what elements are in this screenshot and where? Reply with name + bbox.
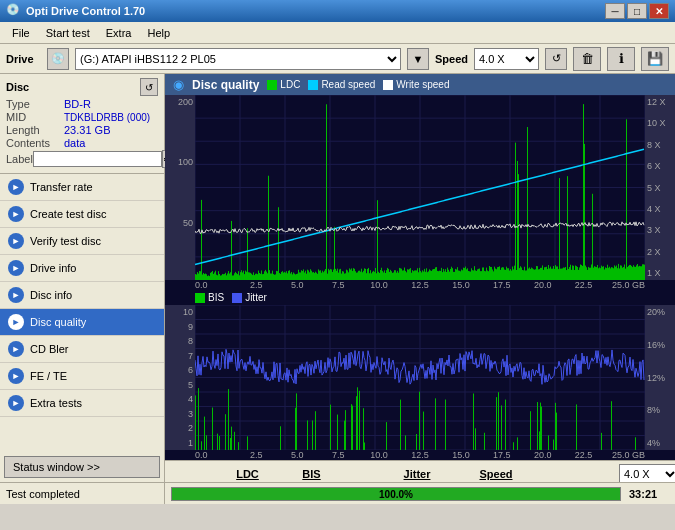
fe-te-icon: ► [8, 368, 24, 384]
x-25: 25.0 GB [604, 280, 645, 290]
sidebar-item-verify-test-disc[interactable]: ► Verify test disc [0, 228, 164, 255]
y2-7: 7 [167, 351, 193, 361]
y2-9: 9 [167, 322, 193, 332]
menu-extra[interactable]: Extra [98, 25, 140, 41]
sidebar-item-fe-te[interactable]: ► FE / TE [0, 363, 164, 390]
menu-bar: File Start test Extra Help [0, 22, 675, 44]
sidebar-item-transfer-rate[interactable]: ► Transfer rate [0, 174, 164, 201]
disc-refresh-button[interactable]: ↺ [140, 78, 158, 96]
stats-speed-select[interactable]: 4.0 X [619, 464, 675, 482]
sidebar-item-cd-bler[interactable]: ► CD Bler [0, 336, 164, 363]
create-test-disc-icon: ► [8, 206, 24, 222]
status-window-button[interactable]: Status window >> [4, 456, 160, 478]
drive-refresh-button[interactable]: ▼ [407, 48, 429, 70]
x-2.5: 2.5 [236, 280, 277, 290]
y2-5: 5 [167, 380, 193, 390]
save-button[interactable]: 💾 [641, 47, 669, 71]
bis-legend-color [195, 293, 205, 303]
menu-start-test[interactable]: Start test [38, 25, 98, 41]
y-r-4: 6 X [647, 161, 673, 171]
y-r-7: 3 X [647, 225, 673, 235]
read-speed-legend-color [308, 80, 318, 90]
menu-help[interactable]: Help [139, 25, 178, 41]
chart2-container: 10 9 8 7 6 5 4 3 2 1 20% 16% 12% 8% 4% [165, 305, 675, 450]
extra-tests-label: Extra tests [30, 397, 82, 409]
speed-select[interactable]: 4.0 X [474, 48, 539, 70]
x-7.5: 7.5 [318, 280, 359, 290]
read-speed-legend-label: Read speed [321, 79, 375, 90]
ldc-legend-label: LDC [280, 79, 300, 90]
status-bar: Test completed 100.0% 33:21 [0, 482, 675, 504]
drive-select[interactable]: (G:) ATAPI iHBS112 2 PL05 [75, 48, 401, 70]
y-max-1: 200 [167, 97, 193, 107]
verify-test-disc-icon: ► [8, 233, 24, 249]
time-display: 33:21 [629, 488, 669, 500]
speed-header: Speed [461, 468, 531, 480]
sidebar-item-extra-tests[interactable]: ► Extra tests [0, 390, 164, 417]
jitter-legend-color [232, 293, 242, 303]
y-r-9: 1 X [647, 268, 673, 278]
status-left: Test completed [0, 483, 165, 504]
chart2-header: BIS Jitter [165, 290, 675, 305]
y2-r-8: 8% [647, 405, 673, 415]
drive-info-label: Drive info [30, 262, 76, 274]
chart-header: ◉ Disc quality LDC Read speed Write spee… [165, 74, 675, 95]
bis-legend: BIS [195, 292, 224, 303]
x-axis-1: 0.0 2.5 5.0 7.5 10.0 12.5 15.0 17.5 20.0… [165, 280, 675, 290]
ldc-header: LDC [215, 468, 280, 480]
sidebar-item-create-test-disc[interactable]: ► Create test disc [0, 201, 164, 228]
y2-8: 8 [167, 336, 193, 346]
y-mid-1: 100 [167, 157, 193, 167]
y2-r-16: 16% [647, 340, 673, 350]
y-axis-left-1: 200 100 50 [165, 95, 195, 280]
close-button[interactable]: ✕ [649, 3, 669, 19]
y2-1: 1 [167, 438, 193, 448]
app-icon: 💿 [6, 3, 22, 19]
y-r-3: 8 X [647, 140, 673, 150]
chart1-container: 200 100 50 12 X 10 X 8 X 6 X 5 X 4 X 3 X… [165, 95, 675, 280]
sidebar-item-disc-info[interactable]: ► Disc info [0, 282, 164, 309]
y-axis-left-2: 10 9 8 7 6 5 4 3 2 1 [165, 305, 195, 450]
contents-value: data [64, 137, 158, 149]
minimize-button[interactable]: ─ [605, 3, 625, 19]
extra-tests-icon: ► [8, 395, 24, 411]
disc-label-input[interactable] [33, 151, 162, 167]
write-speed-legend: Write speed [383, 79, 449, 90]
write-speed-legend-color [383, 80, 393, 90]
y-r-5: 5 X [647, 183, 673, 193]
sidebar: Disc ↺ Type BD-R MID TDKBLDRBB (000) Len… [0, 74, 165, 482]
y-low-1: 50 [167, 218, 193, 228]
menu-file[interactable]: File [4, 25, 38, 41]
y-r-8: 2 X [647, 247, 673, 257]
status-text: Test completed [6, 488, 80, 500]
jitter-legend-label: Jitter [245, 292, 267, 303]
progress-bar-container: 100.0% [171, 487, 621, 501]
length-label: Length [6, 124, 64, 136]
y2-6: 6 [167, 365, 193, 375]
speed-refresh-button[interactable]: ↺ [545, 48, 567, 70]
y2-r-12: 12% [647, 373, 673, 383]
app-title: Opti Drive Control 1.70 [26, 5, 605, 17]
title-bar: 💿 Opti Drive Control 1.70 ─ □ ✕ [0, 0, 675, 22]
speed-label: Speed [435, 53, 468, 65]
x-0: 0.0 [195, 280, 236, 290]
type-value: BD-R [64, 98, 158, 110]
y2-r-20: 20% [647, 307, 673, 317]
sidebar-item-disc-quality[interactable]: ► Disc quality [0, 309, 164, 336]
stats-grid: LDC BIS Jitter Speed 4.0 X Avg 4.39 0.07… [171, 464, 669, 482]
length-value: 23.31 GB [64, 124, 158, 136]
x-10: 10.0 [359, 280, 400, 290]
erase-button[interactable]: 🗑 [573, 47, 601, 71]
info-button[interactable]: ℹ [607, 47, 635, 71]
bis-legend-label: BIS [208, 292, 224, 303]
fe-te-label: FE / TE [30, 370, 67, 382]
mid-value: TDKBLDRBB (000) [64, 112, 158, 123]
bis-header: BIS [284, 468, 339, 480]
type-label: Type [6, 98, 64, 110]
write-speed-legend-label: Write speed [396, 79, 449, 90]
maximize-button[interactable]: □ [627, 3, 647, 19]
sidebar-item-drive-info[interactable]: ► Drive info [0, 255, 164, 282]
transfer-rate-icon: ► [8, 179, 24, 195]
chart-header-icon: ◉ [173, 77, 184, 92]
chart-title: Disc quality [192, 78, 259, 92]
